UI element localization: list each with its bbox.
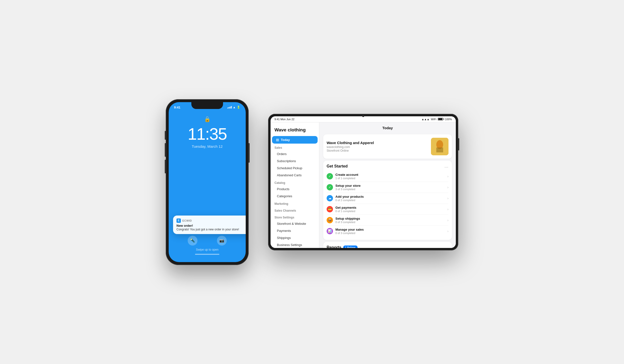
- sidebar-item-subscriptions[interactable]: Subscriptions: [271, 157, 319, 165]
- setup-store-sub: 3 of 3 completed: [335, 188, 445, 191]
- create-account-title: Create account: [335, 173, 445, 177]
- checklist-add-products[interactable]: ☁ Add your products 0 of 2 completed ›: [327, 193, 448, 204]
- phone-side-btn-mute: [165, 131, 166, 140]
- scene: 9:41 ▲ 🔋 🔒 11:35 Tuesday, March 12: [166, 99, 458, 265]
- get-payments-sub: 0 of 1 completed: [335, 210, 445, 213]
- chevron-manage-sales: ›: [447, 229, 448, 233]
- ecwid-app-icon: E: [177, 218, 181, 223]
- phone-bottom-controls: 🔦 📷 Swipe up to open: [169, 236, 246, 255]
- chevron-get-payments: ›: [447, 207, 448, 211]
- phone-side-btn-vol-down: [165, 160, 166, 173]
- check-get-payments-icon: 💳: [327, 206, 333, 212]
- check-setup-shippings-icon: 📦: [327, 217, 333, 223]
- sidebar: Wave clothing ▤ Today Sales Orders Subsc…: [271, 122, 319, 248]
- phone-time: 9:41: [174, 105, 180, 109]
- chevron-create-account: ›: [447, 174, 448, 178]
- sidebar-store-name: Wave clothing: [271, 122, 319, 136]
- phone-clock: 11:35: [169, 124, 246, 143]
- checklist-get-payments-text: Get payments 0 of 1 completed: [335, 206, 445, 213]
- lock-icon: 🔒: [169, 116, 246, 122]
- wifi-icon: ▲: [233, 105, 236, 109]
- main-panel: Today Wave Clothing and Apperel waveclot…: [319, 122, 456, 248]
- checklist-setup-store[interactable]: ✓ Setup your store 3 of 3 completed ›: [327, 182, 448, 193]
- get-started-title: Get Started: [327, 164, 348, 168]
- add-products-sub: 0 of 2 completed: [335, 199, 445, 202]
- reports-title: Reports: [327, 245, 341, 248]
- store-name: Wave Clothing and Apperel: [327, 141, 428, 145]
- store-image-svg: [431, 138, 448, 155]
- sidebar-item-scheduled-pickup[interactable]: Scheduled Pickup: [271, 165, 319, 172]
- chevron-add-products: ›: [447, 196, 448, 200]
- store-info-card[interactable]: Wave Clothing and Apperel waveclothing.c…: [323, 134, 452, 159]
- sidebar-item-business-settings[interactable]: Business Settings: [271, 241, 319, 248]
- phone-notch: [191, 102, 223, 109]
- signal-bar-3: [230, 106, 231, 108]
- check-setup-store-icon: ✓: [327, 184, 333, 190]
- notification-app-name: ECWID: [182, 219, 192, 222]
- checklist-manage-sales[interactable]: 📊 Manage your sales 0 of 3 completed ›: [327, 226, 448, 236]
- signal-icon: ▲▲▲: [421, 118, 429, 121]
- sidebar-today-label: Today: [281, 138, 290, 142]
- sidebar-item-payments[interactable]: Payments: [271, 227, 319, 234]
- battery-fill: [438, 118, 442, 120]
- setup-shippings-title: Setup shippings: [335, 217, 445, 220]
- battery-tip: [444, 119, 444, 120]
- manage-sales-title: Manage your sales: [335, 228, 445, 231]
- tablet-device: 9:41 Mon Jun 22 ▲▲▲ WiFi 100%: [268, 114, 458, 250]
- tablet-camera: [362, 115, 364, 117]
- tablet-screen: 9:41 Mon Jun 22 ▲▲▲ WiFi 100%: [271, 116, 456, 248]
- sidebar-item-shippings[interactable]: Shippings: [271, 234, 319, 241]
- sidebar-section-catalog: Catalog: [271, 179, 319, 185]
- tablet-status-bar: 9:41 Mon Jun 22 ▲▲▲ WiFi 100%: [271, 116, 456, 122]
- create-account-sub: 1 of 1 completed: [335, 177, 445, 180]
- flashlight-button[interactable]: 🔦: [188, 236, 197, 245]
- sidebar-item-today[interactable]: ▤ Today: [272, 136, 318, 144]
- notification-body: Congrats! You just got a new order in yo…: [177, 228, 246, 231]
- swipe-indicator: [195, 254, 219, 255]
- sidebar-section-store-settings: Store Settings: [271, 213, 319, 220]
- check-manage-sales-icon: 📊: [327, 228, 333, 234]
- phone-screen: 9:41 ▲ 🔋 🔒 11:35 Tuesday, March 12: [169, 102, 246, 262]
- phone-side-btn-vol-up: [165, 143, 166, 157]
- reports-card: Reports Lifetime Revenue $23 480.90: [323, 242, 452, 248]
- sidebar-section-sales: Sales: [271, 144, 319, 150]
- sidebar-item-products[interactable]: Products: [271, 185, 319, 193]
- sidebar-item-abandoned-carts[interactable]: Abandoned Carts: [271, 172, 319, 179]
- more-options-button[interactable]: ...: [445, 164, 448, 168]
- store-thumbnail: [431, 138, 448, 155]
- phone-status-icons: ▲ 🔋: [227, 105, 240, 109]
- tablet-status-right: ▲▲▲ WiFi 100%: [421, 118, 452, 121]
- chevron-setup-shippings: ›: [447, 218, 448, 222]
- notification-card[interactable]: E ECWID Now New order! Congrats! You jus…: [173, 215, 246, 234]
- phone-device: 9:41 ▲ 🔋 🔒 11:35 Tuesday, March 12: [166, 99, 249, 265]
- tablet-content-area: Wave clothing ▤ Today Sales Orders Subsc…: [271, 122, 456, 248]
- sidebar-section-sales-channels[interactable]: Sales Channels: [271, 207, 319, 213]
- checklist-setup-store-text: Setup your store 3 of 3 completed: [335, 184, 445, 191]
- sidebar-item-categories[interactable]: Categories: [271, 193, 319, 200]
- checklist-get-payments[interactable]: 💳 Get payments 0 of 1 completed ›: [327, 204, 448, 215]
- reports-header: Reports Lifetime: [327, 245, 448, 248]
- camera-button[interactable]: 📷: [217, 236, 227, 245]
- checklist-create-account-text: Create account 1 of 1 completed: [335, 173, 445, 180]
- battery-body: [438, 118, 443, 120]
- svg-rect-2: [436, 148, 443, 152]
- check-create-account-icon: ✓: [327, 173, 333, 180]
- sidebar-item-storefront[interactable]: Storefront & Website: [271, 220, 319, 227]
- store-details: Wave Clothing and Apperel waveclothing.c…: [327, 141, 428, 152]
- store-url: waveclothing.com: [327, 145, 428, 149]
- checklist-setup-shippings-text: Setup shippings 0 of 3 completed: [335, 217, 445, 224]
- notification-app: E ECWID: [177, 218, 192, 223]
- sidebar-section-marketing[interactable]: Marketing: [271, 200, 319, 207]
- add-products-title: Add your products: [335, 195, 445, 198]
- battery-icon: 🔋: [237, 105, 240, 109]
- tablet-wifi-icon: WiFi: [431, 118, 436, 121]
- signal-bar-1: [227, 107, 228, 108]
- checklist-setup-shippings[interactable]: 📦 Setup shippings 0 of 3 completed ›: [327, 215, 448, 226]
- check-add-products-icon: ☁: [327, 195, 333, 201]
- checklist-manage-sales-text: Manage your sales 0 of 3 completed: [335, 228, 445, 234]
- phone-side-btn-power: [249, 143, 250, 163]
- sidebar-item-orders[interactable]: Orders: [271, 150, 319, 157]
- get-started-header: Get Started ...: [327, 164, 448, 168]
- checklist-create-account[interactable]: ✓ Create account 1 of 1 completed ›: [327, 171, 448, 182]
- setup-store-title: Setup your store: [335, 184, 445, 187]
